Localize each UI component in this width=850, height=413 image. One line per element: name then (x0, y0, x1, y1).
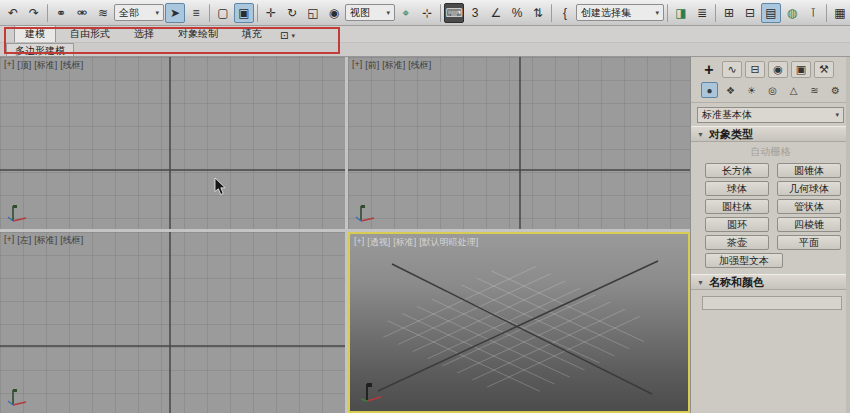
viewport-renderer-menu[interactable]: [标准] (393, 236, 416, 249)
sphere-button[interactable]: 球体 (705, 181, 769, 196)
use-pivot-point-center-icon[interactable]: ⌖ (396, 3, 416, 23)
curve-editor-icon[interactable]: ⊺ (803, 3, 823, 23)
cylinder-button[interactable]: 圆柱体 (705, 199, 769, 214)
bind-to-space-warp-icon[interactable]: ≋ (93, 3, 113, 23)
rollout-arrow-icon: ▼ (697, 131, 704, 138)
viewport-shading-menu[interactable]: [线框] (408, 59, 431, 72)
toolbar-icon-glyph: ▣ (238, 7, 249, 19)
viewport-general-menu[interactable]: [+] (4, 234, 14, 247)
category-shapes-icon[interactable]: ❖ (722, 82, 739, 98)
toolbar-icon-glyph: ▦ (834, 7, 845, 19)
name-color-rollout-header[interactable]: ▼ 名称和颜色 (691, 274, 850, 290)
category-space-warps-icon[interactable]: ≋ (806, 82, 823, 98)
geosphere-button[interactable]: 几何球体 (777, 181, 841, 196)
select-and-rotate-icon[interactable]: ↻ (282, 3, 302, 23)
viewport-shading-menu[interactable]: [线框] (60, 234, 83, 247)
mirror-icon[interactable]: ◨ (671, 3, 691, 23)
tab-create[interactable]: + (699, 61, 719, 78)
axis-tripod (354, 201, 378, 225)
ribbon-tab-object-paint[interactable]: 对象绘制 (168, 26, 228, 42)
select-and-move-icon[interactable]: ✛ (261, 3, 281, 23)
select-and-place-icon[interactable]: ◉ (324, 3, 344, 23)
toolbar-icon-glyph: ⊟ (745, 7, 755, 19)
panel-scrollbar[interactable] (846, 57, 850, 413)
object-type-rollout-header[interactable]: ▼ 对象类型 (691, 126, 850, 142)
layer-explorer-toggle-icon[interactable]: ⊟ (740, 3, 760, 23)
viewport-front[interactable]: [+][前][标准][线框] (348, 57, 690, 229)
ribbon-tab-modeling[interactable]: 建模 (14, 25, 56, 42)
viewport-renderer-menu[interactable]: [标准] (382, 59, 405, 72)
select-and-manipulate-icon[interactable]: ⊹ (417, 3, 437, 23)
viewport-left[interactable]: [+][左][标准][线框] (0, 232, 345, 413)
category-lights-icon[interactable]: ☀ (743, 82, 760, 98)
viewport-splitter-horizontal[interactable] (0, 229, 690, 232)
cone-button[interactable]: 圆锥体 (777, 163, 841, 178)
snaps-toggle-3d-icon[interactable]: 3 (465, 3, 485, 23)
viewport-top[interactable]: [+][顶][标准][线框] (0, 57, 345, 229)
viewport-pov-menu[interactable]: [左] (17, 234, 31, 247)
viewport-pov-menu[interactable]: [前] (365, 59, 379, 72)
tube-button[interactable]: 管状体 (777, 199, 841, 214)
pyramid-button[interactable]: 四棱锥 (777, 217, 841, 232)
rollout-title: 对象类型 (709, 127, 753, 142)
render-setup-icon[interactable]: ▦ (830, 3, 850, 23)
teapot-button[interactable]: 茶壶 (705, 235, 769, 250)
select-by-name-icon[interactable]: ≡ (186, 3, 206, 23)
category-geometry-icon[interactable]: ● (701, 82, 718, 98)
autogrid-checkbox-label[interactable]: 自动栅格 (691, 142, 850, 161)
rectangular-selection-region-icon[interactable]: ▢ (213, 3, 233, 23)
torus-button[interactable]: 圆环 (705, 217, 769, 232)
undo-icon[interactable]: ↶ (3, 3, 23, 23)
scene-explorer-toggle-icon[interactable]: ⊞ (719, 3, 739, 23)
named-selection-set-dropdown[interactable]: 创建选择集 ▾ (576, 4, 664, 21)
percent-snap-icon[interactable]: % (507, 3, 527, 23)
subcategory-dropdown[interactable]: 标准基本体 ▾ (697, 107, 844, 123)
viewport-shading-menu[interactable]: [线框] (60, 59, 83, 72)
viewport-general-menu[interactable]: [+] (354, 236, 364, 249)
ribbon-tab-selection[interactable]: 选择 (124, 26, 164, 42)
edit-named-selection-sets-icon[interactable]: { (555, 3, 575, 23)
viewport-general-menu[interactable]: [+] (352, 59, 362, 72)
category-helpers-icon[interactable]: △ (785, 82, 802, 98)
tab-modify[interactable]: ∿ (722, 61, 742, 78)
select-object-icon[interactable]: ➤ (165, 3, 185, 23)
category-icon-glyph: △ (790, 85, 798, 96)
ribbon-toggle-icon[interactable]: ▤ (761, 3, 781, 23)
viewport-general-menu[interactable]: [+] (4, 59, 14, 72)
select-and-scale-icon[interactable]: ◱ (303, 3, 323, 23)
window-crossing-toggle-icon[interactable]: ▣ (234, 3, 254, 23)
category-systems-icon[interactable]: ⚙ (827, 82, 844, 98)
viewport-pov-menu[interactable]: [透视] (367, 236, 390, 249)
tab-hierarchy[interactable]: ⊟ (745, 61, 765, 78)
unlink-selection-icon[interactable]: ⚮ (72, 3, 92, 23)
redo-icon[interactable]: ↷ (24, 3, 44, 23)
align-icon[interactable]: ≣ (692, 3, 712, 23)
material-editor-icon[interactable]: ◍ (782, 3, 802, 23)
viewport-perspective-active[interactable]: [+][透视][标准][默认明暗处理] (348, 232, 690, 413)
textplus-button[interactable]: 加强型文本 (705, 253, 783, 268)
keyboard-override-toggle-icon[interactable]: ⌨ (444, 3, 464, 23)
ribbon-overflow-dropdown[interactable]: ⊡ ▾ (276, 29, 299, 42)
tab-display[interactable]: ▣ (791, 61, 811, 78)
category-icon-glyph: ⚙ (831, 85, 840, 96)
plane-button[interactable]: 平面 (777, 235, 841, 250)
viewport-pov-menu[interactable]: [顶] (17, 59, 31, 72)
spinner-snap-icon[interactable]: ⇅ (528, 3, 548, 23)
ribbon-tab-populate[interactable]: 填充 (232, 26, 272, 42)
box-button[interactable]: 长方体 (705, 163, 769, 178)
object-name-input[interactable] (702, 296, 842, 310)
viewport-renderer-menu[interactable]: [标准] (34, 59, 57, 72)
toolbar-icon-glyph: ⌨ (445, 7, 462, 19)
angle-snap-icon[interactable]: ∠ (486, 3, 506, 23)
reference-coordinate-dropdown[interactable]: 视图 ▾ (345, 4, 395, 21)
viewport-shading-menu[interactable]: [默认明暗处理] (419, 236, 478, 249)
category-cameras-icon[interactable]: ◎ (764, 82, 781, 98)
ribbon-tab-freeform[interactable]: 自由形式 (60, 26, 120, 42)
tab-utilities[interactable]: ⚒ (814, 61, 834, 78)
ribbon-subtab-polygon-modeling[interactable]: 多边形建模 (6, 43, 74, 56)
viewport-splitter-vertical[interactable] (345, 57, 348, 413)
select-and-link-icon[interactable]: ⚭ (51, 3, 71, 23)
viewport-renderer-menu[interactable]: [标准] (34, 234, 57, 247)
selection-filter-dropdown[interactable]: 全部 ▾ (114, 4, 164, 21)
tab-motion[interactable]: ◉ (768, 61, 788, 78)
